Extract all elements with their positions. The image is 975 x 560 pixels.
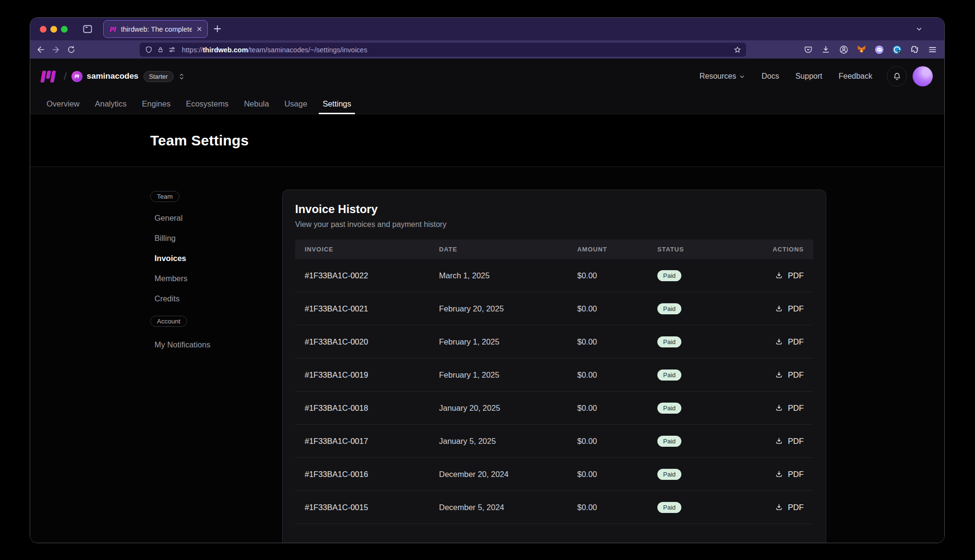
tab-list-chevron-down-icon[interactable] [915,25,923,33]
downloads-icon[interactable] [820,43,832,56]
window-controls [40,26,68,33]
invoice-table: INVOICE DATE AMOUNT STATUS ACTIONS #1F33… [295,239,813,524]
download-icon [774,337,784,346]
back-icon[interactable] [34,43,47,56]
resources-menu[interactable]: Resources [700,72,745,81]
download-pdf-button[interactable]: PDF [774,404,804,413]
download-pdf-button[interactable]: PDF [774,470,804,479]
permissions-icon[interactable] [168,46,176,54]
sidebar-item-credits[interactable]: Credits [150,288,253,309]
screenshot-stage: thirdweb: The complete web3 d [0,0,975,560]
download-pdf-button[interactable]: PDF [774,370,804,380]
feedback-link[interactable]: Feedback [839,72,872,81]
invoice-amount: $0.00 [577,271,657,280]
docs-link[interactable]: Docs [761,72,779,81]
status-badge: Paid [657,502,681,513]
settings-content: Team General Billing Invoices Members Cr… [30,167,944,543]
tab-ecosystems[interactable]: Ecosystems [182,94,232,114]
url-domain: thirdweb.com [203,46,248,54]
dashboard-nav: Overview Analytics Engines Ecosystems Ne… [30,94,944,114]
tab-analytics[interactable]: Analytics [91,94,131,114]
sidebar-item-general[interactable]: General [150,208,253,228]
invoice-number: #1F33BA1C-0019 [305,370,439,380]
tab-usage[interactable]: Usage [281,94,311,114]
tab-close-icon[interactable] [196,25,203,33]
menu-icon[interactable] [926,43,939,56]
bookmark-star-icon[interactable] [733,46,742,54]
sidebar-item-my-notifications[interactable]: My Notifications [150,334,253,355]
download-pdf-button[interactable]: PDF [774,503,804,512]
profile-icon[interactable] [837,43,850,56]
browser-toolbar: https://thirdweb.com/team/saminacodes/~/… [30,40,944,59]
download-icon [774,470,784,479]
tab-title: thirdweb: The complete web3 d [121,25,192,33]
col-invoice: INVOICE [305,246,439,253]
invoice-amount: $0.00 [577,437,657,446]
chevron-down-icon [739,73,745,80]
tab-nebula[interactable]: Nebula [240,94,273,114]
table-row: #1F33BA1C-0020 February 1, 2025 $0.00 Pa… [295,325,813,358]
site-header: / saminacodes Starter [30,59,944,94]
thirdweb-logo[interactable] [38,70,58,83]
invoice-amount: $0.00 [577,470,657,479]
phantom-icon[interactable] [873,43,885,56]
col-amount: AMOUNT [577,246,657,253]
tab-engines[interactable]: Engines [138,94,175,114]
sidebar-item-members[interactable]: Members [150,268,253,288]
password-manager-icon[interactable] [891,43,903,56]
extensions-icon[interactable] [908,43,921,56]
sidebar-item-billing[interactable]: Billing [150,228,253,248]
url-bar[interactable]: https://thirdweb.com/team/saminacodes/~/… [140,43,746,57]
card-title: Invoice History [295,203,813,216]
download-pdf-button[interactable]: PDF [774,337,804,346]
new-tab-button[interactable] [212,23,223,35]
col-status: STATUS [657,246,768,253]
download-pdf-button[interactable]: PDF [774,437,804,446]
support-link[interactable]: Support [796,72,822,81]
url-text[interactable]: https://thirdweb.com/team/saminacodes/~/… [182,46,367,54]
metamask-icon[interactable] [855,43,868,56]
minimize-window-button[interactable] [50,26,57,33]
card-subtitle: View your past invoices and payment hist… [295,220,813,229]
tab-settings[interactable]: Settings [319,94,355,114]
download-pdf-button[interactable]: PDF [774,271,804,280]
pdf-label: PDF [788,271,804,280]
browser-tab[interactable]: thirdweb: The complete web3 d [103,20,208,38]
browser-window: thirdweb: The complete web3 d [30,17,945,543]
invoice-number: #1F33BA1C-0021 [305,304,439,313]
invoice-date: December 5, 2024 [439,503,577,512]
lock-icon[interactable] [157,46,164,54]
pdf-label: PDF [788,470,804,479]
invoice-number: #1F33BA1C-0022 [305,271,439,280]
toolbar-right-icons [802,43,939,56]
firefox-view-icon[interactable] [82,24,93,35]
table-row: #1F33BA1C-0022 March 1, 2025 $0.00 Paid … [295,259,813,292]
user-avatar[interactable] [913,66,933,86]
zoom-window-button[interactable] [61,26,68,33]
download-icon [774,304,784,313]
pocket-icon[interactable] [802,43,814,56]
pdf-label: PDF [788,370,804,380]
url-scheme: https:// [182,46,203,54]
plan-badge: Starter [143,71,174,82]
team-switcher-icon[interactable] [178,72,186,81]
close-window-button[interactable] [40,26,47,33]
invoice-date: February 1, 2025 [439,370,577,380]
forward-icon[interactable] [49,43,62,56]
sidebar-item-invoices[interactable]: Invoices [150,248,253,268]
invoice-date: January 20, 2025 [439,404,577,413]
table-row: #1F33BA1C-0019 February 1, 2025 $0.00 Pa… [295,358,813,392]
status-badge: Paid [657,403,681,414]
table-header: INVOICE DATE AMOUNT STATUS ACTIONS [295,239,813,259]
invoice-date: March 1, 2025 [439,271,577,280]
team-name[interactable]: saminacodes [87,71,139,81]
invoice-date: February 1, 2025 [439,337,577,346]
tab-overview[interactable]: Overview [43,94,83,114]
reload-icon[interactable] [65,43,77,56]
shield-icon[interactable] [144,46,153,54]
url-path: /team/saminacodes/~/settings/invoices [248,46,368,54]
notifications-button[interactable] [887,66,907,86]
download-pdf-button[interactable]: PDF [774,304,804,313]
team-avatar[interactable] [71,71,83,82]
invoice-number: #1F33BA1C-0018 [305,404,439,413]
